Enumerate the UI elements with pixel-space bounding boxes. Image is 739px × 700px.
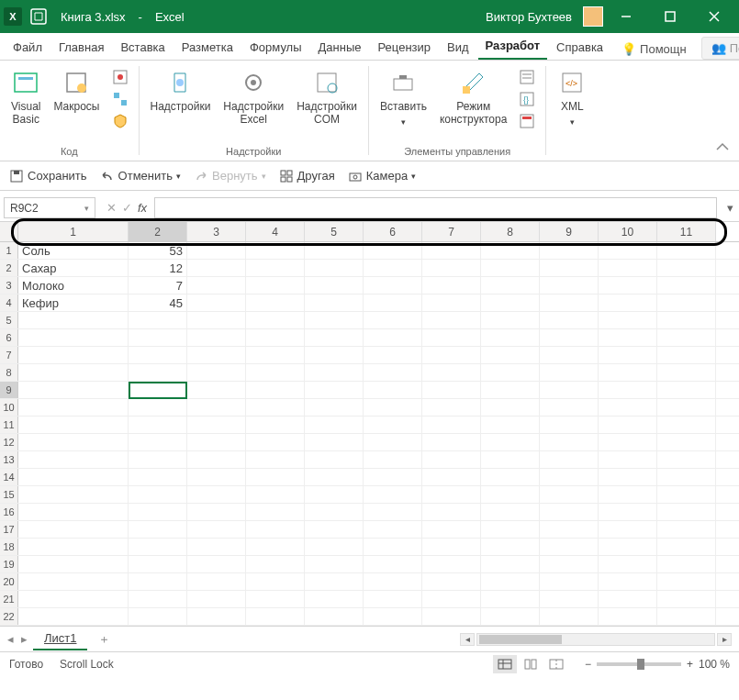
cell[interactable]	[599, 469, 657, 485]
cell[interactable]	[599, 399, 657, 416]
macros-button[interactable]: Макросы	[51, 64, 101, 117]
enter-formula-icon[interactable]: ✓	[122, 201, 132, 215]
cell[interactable]	[481, 242, 540, 259]
cell[interactable]	[481, 608, 540, 625]
tab-file[interactable]: Файл	[6, 35, 50, 60]
cell[interactable]	[540, 329, 599, 346]
cell[interactable]	[481, 451, 540, 468]
tab-review[interactable]: Рецензир	[371, 35, 439, 60]
cell[interactable]	[540, 260, 599, 276]
cell[interactable]	[599, 347, 657, 363]
sheet-nav-next-icon[interactable]: ▸	[21, 632, 28, 646]
cell[interactable]	[246, 417, 305, 433]
cell[interactable]	[18, 521, 129, 538]
cell[interactable]	[540, 277, 599, 294]
row-header[interactable]: 6	[0, 329, 18, 346]
cell[interactable]	[422, 451, 481, 468]
cell[interactable]	[657, 573, 716, 590]
zoom-in-button[interactable]: +	[687, 658, 693, 671]
cell[interactable]	[246, 277, 305, 294]
cell[interactable]	[246, 382, 305, 398]
insert-control-button[interactable]: Вставить ▾	[378, 64, 429, 130]
cell[interactable]	[187, 469, 246, 485]
cell[interactable]	[187, 382, 246, 398]
row-header[interactable]: 10	[0, 399, 18, 416]
cell[interactable]	[129, 504, 187, 520]
col-header[interactable]: 10	[599, 222, 657, 241]
cell[interactable]	[129, 521, 187, 538]
row-header[interactable]: 13	[0, 451, 18, 468]
cell[interactable]	[246, 399, 305, 416]
fx-icon[interactable]: fx	[138, 201, 147, 215]
cell[interactable]	[246, 486, 305, 503]
cell[interactable]	[599, 451, 657, 468]
cell[interactable]	[187, 399, 246, 416]
cell[interactable]	[422, 469, 481, 485]
cell[interactable]	[657, 277, 716, 294]
cell[interactable]	[18, 539, 129, 555]
zoom-control[interactable]: − + 100 %	[585, 658, 730, 671]
tab-data[interactable]: Данные	[311, 35, 369, 60]
other-button[interactable]: Другая	[279, 169, 335, 183]
cell[interactable]	[481, 382, 540, 398]
scroll-right-icon[interactable]: ▸	[717, 633, 732, 646]
cell[interactable]	[657, 399, 716, 416]
cell[interactable]	[129, 329, 187, 346]
col-header[interactable]: 2	[129, 222, 187, 241]
cell[interactable]	[540, 364, 599, 381]
cell[interactable]	[481, 294, 540, 311]
col-header[interactable]: 7	[422, 222, 481, 241]
user-avatar[interactable]	[583, 6, 603, 27]
cell[interactable]	[657, 486, 716, 503]
cell[interactable]	[481, 573, 540, 590]
cell[interactable]	[599, 486, 657, 503]
cell[interactable]	[129, 312, 187, 328]
cell[interactable]	[187, 504, 246, 520]
page-layout-view-button[interactable]	[519, 655, 543, 673]
cell[interactable]	[187, 451, 246, 468]
cell[interactable]	[246, 329, 305, 346]
cell[interactable]	[364, 329, 422, 346]
cell[interactable]	[481, 521, 540, 538]
cell[interactable]	[364, 242, 422, 259]
col-header[interactable]: 4	[246, 222, 305, 241]
cell[interactable]	[540, 504, 599, 520]
cell[interactable]	[187, 260, 246, 276]
horizontal-scrollbar[interactable]: ◂ ▸	[120, 633, 732, 646]
cell[interactable]	[246, 451, 305, 468]
cell[interactable]	[364, 486, 422, 503]
col-header[interactable]: 3	[187, 222, 246, 241]
cell[interactable]	[246, 608, 305, 625]
cell[interactable]: 12	[129, 260, 187, 276]
cell[interactable]	[305, 608, 364, 625]
cell[interactable]	[540, 573, 599, 590]
cell[interactable]	[18, 573, 129, 590]
col-header[interactable]: 8	[481, 222, 540, 241]
cell[interactable]	[305, 469, 364, 485]
cell[interactable]	[657, 329, 716, 346]
cell[interactable]	[422, 329, 481, 346]
cell[interactable]	[246, 539, 305, 555]
tab-view[interactable]: Вид	[440, 35, 476, 60]
tab-insert[interactable]: Вставка	[113, 35, 172, 60]
cell[interactable]	[599, 608, 657, 625]
cell[interactable]	[18, 591, 129, 607]
cell[interactable]	[657, 521, 716, 538]
cell[interactable]	[129, 539, 187, 555]
spreadsheet-grid[interactable]: 1 2 3 4 5 6 7 8 9 10 11 1Соль532Сахар123…	[0, 222, 739, 626]
cell[interactable]: Молоко	[18, 277, 129, 294]
cell[interactable]	[129, 434, 187, 450]
cell[interactable]	[481, 399, 540, 416]
cell[interactable]	[599, 382, 657, 398]
cell[interactable]	[599, 504, 657, 520]
cell[interactable]	[18, 469, 129, 485]
cell[interactable]	[18, 504, 129, 520]
normal-view-button[interactable]	[493, 655, 517, 673]
cell[interactable]	[187, 294, 246, 311]
cell[interactable]	[364, 364, 422, 381]
cell[interactable]	[422, 608, 481, 625]
cell[interactable]	[599, 294, 657, 311]
undo-button[interactable]: Отменить ▾	[100, 169, 181, 183]
sheet-nav-prev-icon[interactable]: ◂	[7, 632, 14, 646]
cell[interactable]	[129, 556, 187, 572]
